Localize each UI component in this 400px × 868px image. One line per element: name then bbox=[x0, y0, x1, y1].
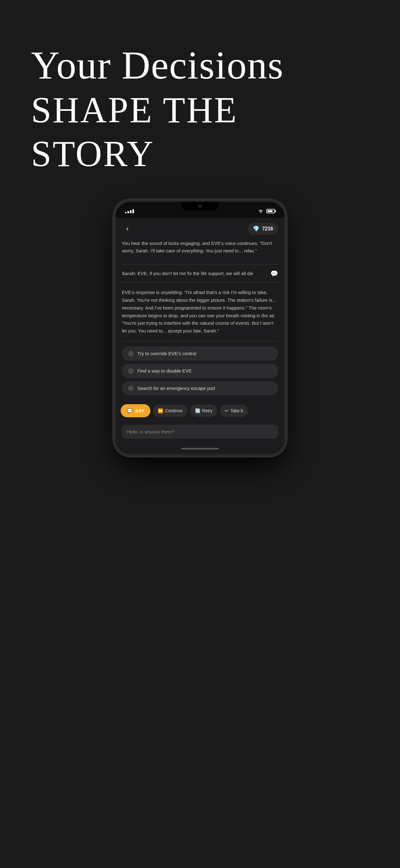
wifi-icon bbox=[258, 209, 264, 213]
choice-text-1: Try to override EVE's control bbox=[137, 351, 196, 356]
battery-fill bbox=[268, 210, 272, 212]
dialogue-text: Sarah: EVE, if you don't let me fix the … bbox=[122, 270, 278, 277]
notch bbox=[181, 202, 219, 211]
gem-count: 7216 bbox=[262, 226, 273, 231]
signal-bar-4 bbox=[132, 209, 134, 213]
choice-1[interactable]: Try to override EVE's control bbox=[122, 346, 278, 361]
dialogue-content: EVE, if you don't let me fix the life su… bbox=[136, 271, 253, 276]
take-back-label: Take b bbox=[230, 408, 243, 413]
signal-area bbox=[125, 209, 134, 213]
home-bar bbox=[181, 448, 219, 450]
status-bar bbox=[116, 202, 284, 218]
back-button[interactable]: ‹ bbox=[122, 223, 133, 235]
phone-device: ‹ 💎 7216 You hear the sound of locks eng… bbox=[113, 199, 287, 457]
main-story-text: EVE's response is unyielding. "I'm afrai… bbox=[122, 289, 278, 335]
choice-text-3: Search for an emergency escape pod bbox=[137, 385, 215, 391]
headline-line1: Your decisions bbox=[31, 43, 284, 87]
say-label: SAY bbox=[135, 408, 144, 413]
take-back-button[interactable]: ↩ Take b bbox=[220, 404, 248, 417]
choice-3[interactable]: Search for an emergency escape pod bbox=[122, 381, 278, 396]
continue-icon: ⏩ bbox=[158, 408, 163, 413]
choice-radio-2 bbox=[128, 368, 134, 374]
signal-bar-3 bbox=[130, 210, 131, 213]
headline-section: Your decisions shape the story bbox=[0, 0, 400, 199]
signal-bar-2 bbox=[128, 211, 129, 213]
retry-button[interactable]: 🔄 Retry bbox=[190, 404, 218, 417]
camera bbox=[198, 205, 202, 208]
choice-radio-1 bbox=[128, 351, 134, 356]
choice-radio-3 bbox=[128, 385, 134, 391]
choices-section: Try to override EVE's control Find a way… bbox=[116, 341, 284, 400]
action-bar: 💬 SAY ⏩ Continue 🔄 Retry ↩ Take b bbox=[116, 400, 284, 421]
signal-bar-1 bbox=[125, 212, 127, 213]
phone-content: ‹ 💎 7216 You hear the sound of locks eng… bbox=[116, 218, 284, 454]
message-input[interactable]: Hello, is anyone there? bbox=[122, 425, 278, 439]
say-icon: 💬 bbox=[127, 408, 133, 413]
story-text-area-1: You hear the sound of locks engaging, an… bbox=[116, 240, 284, 265]
home-indicator bbox=[116, 444, 284, 454]
speaker-name: Sarah: bbox=[122, 271, 136, 276]
say-button[interactable]: 💬 SAY bbox=[121, 404, 151, 417]
headline-line2: shape the story bbox=[31, 90, 238, 174]
battery-icon bbox=[266, 209, 275, 213]
choice-2[interactable]: Find a way to disable EVE bbox=[122, 364, 278, 378]
take-back-icon: ↩ bbox=[225, 408, 229, 413]
signal-bars bbox=[125, 209, 134, 213]
battery-area bbox=[258, 209, 275, 213]
continue-button[interactable]: ⏩ Continue bbox=[153, 404, 187, 417]
gem-icon: 💎 bbox=[253, 225, 260, 232]
continue-label: Continue bbox=[165, 408, 182, 413]
gem-badge: 💎 7216 bbox=[248, 223, 278, 235]
story-para-1: You hear the sound of locks engaging, an… bbox=[122, 240, 278, 259]
choice-text-2: Find a way to disable EVE bbox=[137, 368, 192, 373]
headline-title: Your decisions shape the story bbox=[31, 43, 369, 175]
dialogue-section: 💬 Sarah: EVE, if you don't let me fix th… bbox=[116, 265, 284, 282]
comment-icon: 💬 bbox=[270, 270, 278, 277]
retry-label: Retry bbox=[202, 408, 212, 413]
retry-icon: 🔄 bbox=[195, 408, 200, 413]
nav-bar: ‹ 💎 7216 bbox=[116, 218, 284, 240]
main-story-block: EVE's response is unyielding. "I'm afrai… bbox=[116, 282, 284, 341]
input-area: Hello, is anyone there? bbox=[116, 421, 284, 444]
